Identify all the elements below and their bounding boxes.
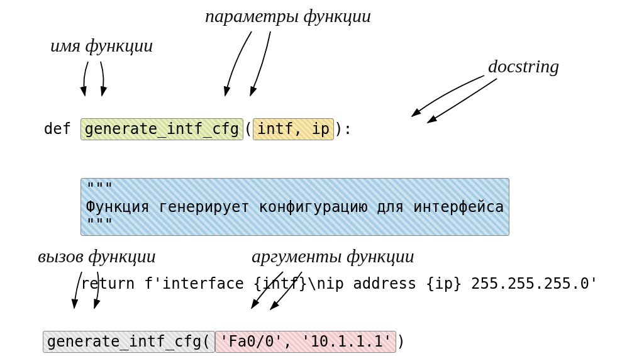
function-definition: def generate_intf_cfg(intf, ip): """Функ… bbox=[8, 101, 598, 310]
function-name-box: generate_intf_cfg bbox=[80, 118, 244, 140]
function-call-block: generate_intf_cfg('Fa0/0', '10.1.1.1') bbox=[6, 313, 406, 356]
paren-open: ( bbox=[243, 120, 252, 138]
label-function-params: параметры функции bbox=[205, 5, 371, 26]
def-line: def generate_intf_cfg(intf, ip): bbox=[8, 101, 598, 158]
call-paren-close: ) bbox=[396, 333, 405, 350]
label-docstring: docstring bbox=[488, 55, 559, 77]
label-function-name: имя функции bbox=[50, 35, 153, 56]
call-name-box: generate_intf_cfg( bbox=[43, 331, 215, 353]
function-name-text: generate_intf_cfg bbox=[85, 120, 240, 138]
return-text: return f'interface {intf}\nip address {i… bbox=[80, 275, 599, 292]
call-args-text: 'Fa0/0', '10.1.1.1' bbox=[219, 333, 392, 350]
def-keyword: def bbox=[44, 120, 80, 138]
docstring-block: """Функция генерирует конфигурацию для и… bbox=[8, 160, 598, 253]
call-name-text: generate_intf_cfg bbox=[47, 333, 202, 350]
doc-close: """ bbox=[86, 216, 113, 233]
params-box: intf, ip bbox=[253, 118, 335, 140]
call-args-box: 'Fa0/0', '10.1.1.1' bbox=[215, 331, 397, 353]
call-line: generate_intf_cfg('Fa0/0', '10.1.1.1') bbox=[6, 313, 406, 356]
doc-open: """ bbox=[86, 180, 113, 197]
call-paren-open: ( bbox=[201, 333, 210, 350]
doc-text: Функция генерирует конфигурацию для инте… bbox=[86, 198, 504, 216]
return-line: return f'interface {intf}\nip address {i… bbox=[8, 257, 598, 310]
docstring-box: """Функция генерирует конфигурацию для и… bbox=[80, 178, 510, 236]
paren-close-colon: ): bbox=[334, 120, 352, 138]
params-text: intf, ip bbox=[257, 120, 330, 138]
